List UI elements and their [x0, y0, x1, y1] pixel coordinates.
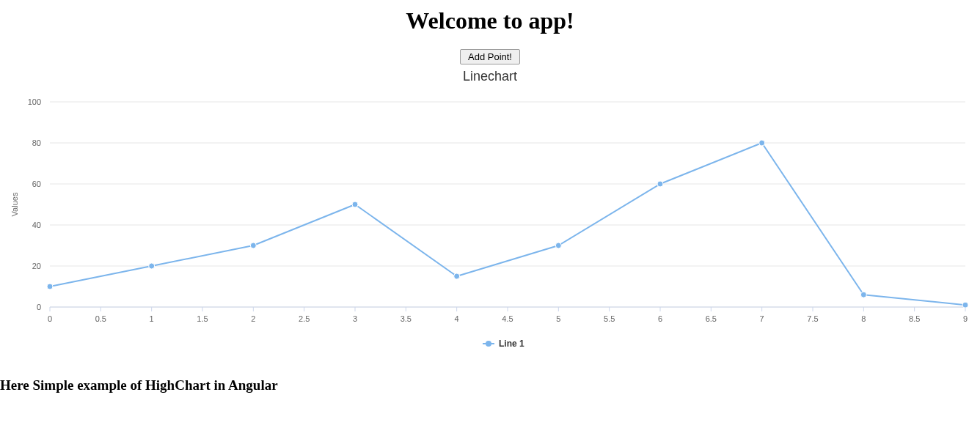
series-point[interactable]	[759, 140, 765, 146]
x-tick-label: 5.5	[604, 314, 615, 323]
y-tick-label: 80	[32, 138, 41, 147]
y-tick-label: 100	[28, 97, 41, 106]
x-tick-label: 4	[455, 314, 459, 323]
x-tick-label: 8	[861, 314, 866, 323]
x-tick-label: 5	[556, 314, 560, 323]
series-point[interactable]	[962, 302, 968, 308]
x-tick-label: 2	[251, 314, 255, 323]
series-point[interactable]	[149, 263, 155, 269]
series-line-1	[50, 143, 965, 305]
x-tick-label: 0.5	[95, 314, 106, 323]
y-tick-label: 20	[32, 262, 41, 270]
x-tick-label: 6.5	[706, 314, 717, 323]
x-tick-label: 2.5	[299, 314, 310, 323]
y-tick-label: 0	[37, 303, 41, 311]
x-tick-label: 7	[760, 314, 764, 323]
x-tick-label: 1.5	[197, 314, 208, 323]
series-point[interactable]	[454, 273, 460, 279]
series-point[interactable]	[860, 292, 866, 298]
series-point[interactable]	[657, 181, 663, 187]
series-point[interactable]	[47, 284, 53, 289]
x-tick-label: 6	[658, 314, 662, 323]
x-tick-label: 1	[150, 314, 154, 323]
add-point-button[interactable]: Add Point!	[460, 49, 520, 64]
x-tick-label: 7.5	[807, 314, 818, 323]
x-tick-label: 8.5	[909, 314, 920, 323]
y-axis-title: Values	[10, 192, 19, 216]
y-tick-label: 60	[32, 180, 41, 188]
x-tick-label: 0	[48, 314, 52, 323]
page-title: Welcome to app!	[0, 7, 980, 34]
legend-item[interactable]: Line 1	[499, 339, 524, 349]
x-tick-label: 9	[963, 314, 968, 323]
x-tick-label: 3	[353, 314, 357, 323]
line-chart: 02040608010000.511.522.533.544.555.566.5…	[0, 87, 980, 358]
chart-svg: 02040608010000.511.522.533.544.555.566.5…	[0, 87, 980, 358]
series-point[interactable]	[555, 243, 561, 248]
x-tick-label: 3.5	[401, 314, 412, 323]
x-tick-label: 4.5	[502, 314, 513, 323]
series-point[interactable]	[352, 202, 358, 207]
example-caption: Here Simple example of HighChart in Angu…	[0, 377, 980, 393]
chart-title: Linechart	[0, 69, 980, 84]
y-tick-label: 40	[32, 221, 41, 229]
legend-symbol-point	[486, 341, 491, 347]
series-point[interactable]	[250, 243, 256, 248]
